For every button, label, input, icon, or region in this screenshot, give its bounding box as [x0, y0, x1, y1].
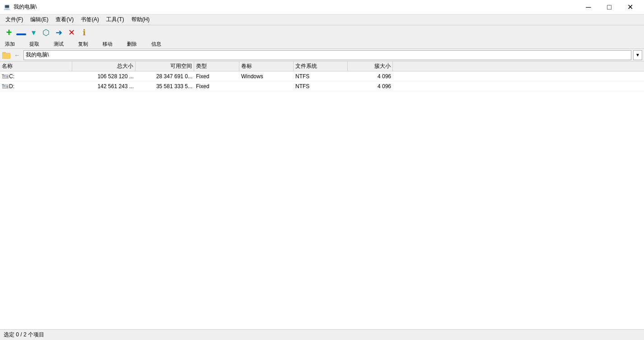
- delete-icon[interactable]: ✕: [66, 27, 77, 38]
- move-icon[interactable]: ➜: [53, 27, 64, 38]
- svg-rect-12: [2, 84, 4, 85]
- cell-cluster-d: 4 096: [348, 81, 393, 91]
- cell-type-d: Fixed: [194, 81, 239, 91]
- menu-bar: 文件(F) 编辑(E) 查看(V) 书签(A) 工具(T) 帮助(H): [0, 14, 644, 25]
- col-size[interactable]: 总大小: [72, 61, 135, 71]
- table-body: C: 106 528 120 ... 28 347 691 0... Fixed…: [0, 71, 644, 329]
- cell-type-c: Fixed: [194, 71, 239, 81]
- cell-name-c: C:: [0, 71, 72, 81]
- menu-bookmark[interactable]: 书签(A): [77, 15, 103, 24]
- cell-size-c: 106 528 120 ...: [72, 71, 135, 81]
- main-content: 名称 总大小 可用空间 类型 卷标 文件系统 簇大小 C:: [0, 61, 644, 329]
- cell-free-d: 35 581 333 5...: [135, 81, 194, 91]
- menu-edit[interactable]: 编辑(E): [27, 15, 52, 24]
- extract-label[interactable]: 提取: [28, 41, 41, 47]
- nav-back-icon: ←: [13, 51, 22, 60]
- down-icon[interactable]: ▾: [28, 27, 39, 38]
- col-fs[interactable]: 文件系统: [294, 61, 348, 71]
- toolbar-labels: 添加 提取 测试 复制 移动 删除 信息: [0, 40, 644, 48]
- minimize-button[interactable]: ─: [578, 0, 599, 14]
- info-icon[interactable]: ℹ: [79, 27, 89, 38]
- menu-tools[interactable]: 工具(T): [103, 15, 127, 24]
- status-bar: 选定 0 / 2 个项目: [0, 329, 644, 340]
- table-row[interactable]: C: 106 528 120 ... 28 347 691 0... Fixed…: [0, 71, 644, 81]
- copy-label[interactable]: 复制: [77, 41, 89, 47]
- drive-d-icon: [2, 83, 9, 90]
- cell-fs-c: NTFS: [294, 71, 348, 81]
- delete-label[interactable]: 删除: [126, 41, 138, 47]
- info-label[interactable]: 信息: [150, 41, 163, 47]
- table-row[interactable]: D: 142 561 243 ... 35 581 333 5... Fixed…: [0, 81, 644, 91]
- address-bar: ← 我的电脑\ ▼: [0, 49, 644, 61]
- add-icon[interactable]: +: [4, 27, 14, 38]
- svg-rect-7: [2, 74, 4, 75]
- copy-icon[interactable]: ⬡: [41, 27, 51, 38]
- drive-c-name: C:: [9, 73, 14, 80]
- address-input[interactable]: 我的电脑\: [23, 50, 631, 60]
- cell-name-d: D:: [0, 81, 72, 91]
- cell-size-d: 142 561 243 ...: [72, 81, 135, 91]
- add-label[interactable]: 添加: [4, 41, 16, 47]
- maximize-button[interactable]: □: [599, 0, 620, 14]
- table-header: 名称 总大小 可用空间 类型 卷标 文件系统 簇大小: [0, 61, 644, 71]
- minus-icon[interactable]: [16, 33, 26, 35]
- menu-file[interactable]: 文件(F): [2, 15, 27, 24]
- cell-label-c: Windows: [239, 71, 294, 81]
- col-label[interactable]: 卷标: [239, 61, 294, 71]
- app-icon: 💻: [4, 4, 11, 11]
- col-free[interactable]: 可用空间: [135, 61, 194, 71]
- col-cluster[interactable]: 簇大小: [348, 61, 393, 71]
- address-text: 我的电脑\: [26, 51, 49, 59]
- move-label[interactable]: 移动: [101, 41, 114, 47]
- col-type[interactable]: 类型: [194, 61, 239, 71]
- drive-c-icon: [2, 73, 9, 80]
- cell-fs-d: NTFS: [294, 81, 348, 91]
- title-bar-controls: ─ □ ✕: [578, 0, 640, 14]
- toolbar: + ▾ ⬡ ➜ ✕ ℹ 添加 提取 测试 复制 移动 删除 信息: [0, 25, 644, 49]
- title-bar: 💻 我的电脑\ ─ □ ✕: [0, 0, 644, 14]
- svg-rect-10: [3, 85, 5, 86]
- col-name[interactable]: 名称: [0, 61, 72, 71]
- close-button[interactable]: ✕: [620, 0, 640, 14]
- cell-free-c: 28 347 691 0...: [135, 71, 194, 81]
- menu-view[interactable]: 查看(V): [52, 15, 77, 24]
- address-folder-icon: [2, 51, 11, 60]
- cell-cluster-c: 4 096: [348, 71, 393, 81]
- toolbar-icons: + ▾ ⬡ ➜ ✕ ℹ: [0, 25, 644, 40]
- title-bar-left: 💻 我的电脑\: [4, 3, 37, 11]
- title-bar-text: 我的电脑\: [14, 3, 37, 11]
- svg-point-6: [7, 76, 8, 77]
- svg-rect-5: [3, 76, 5, 76]
- test-label[interactable]: 测试: [52, 41, 65, 47]
- drive-d-name: D:: [9, 83, 14, 90]
- cell-label-d: [239, 81, 294, 91]
- address-dropdown-button[interactable]: ▼: [633, 50, 642, 60]
- svg-point-11: [7, 86, 8, 87]
- svg-rect-2: [3, 53, 10, 58]
- status-text: 选定 0 / 2 个项目: [4, 331, 44, 339]
- menu-help[interactable]: 帮助(H): [128, 15, 154, 24]
